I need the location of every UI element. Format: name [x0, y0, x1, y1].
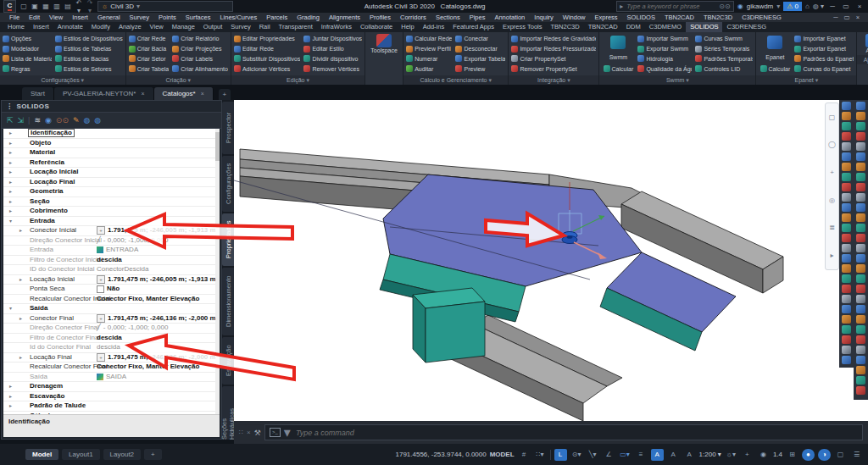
- viewcube-icon[interactable]: ▢: [829, 113, 836, 121]
- btn-criar-setor[interactable]: Criar Setor: [129, 54, 170, 64]
- customization-menu-icon[interactable]: ☰: [850, 449, 863, 461]
- rtab-c3drenesg[interactable]: C3DRENESG: [722, 22, 771, 32]
- prop-locacao-inicial[interactable]: ▸Locação Inicial+1.791,475 m; -246,005 m…: [3, 275, 220, 285]
- btn-editar-estilo[interactable]: Editar Estilo: [303, 44, 362, 53]
- menu-solidos[interactable]: SOLIDOS: [623, 14, 659, 21]
- panel-label-epanet[interactable]: Epanet ▾: [756, 75, 856, 85]
- orbit-icon[interactable]: ◯: [828, 141, 836, 148]
- toolbar-button[interactable]: [842, 244, 851, 252]
- btn-curvas-epanet[interactable]: Curvas do Epanet: [794, 64, 854, 74]
- prop-locacao-final[interactable]: ▸Locação Final+1.791,475 m; -246,136 m; …: [3, 353, 220, 363]
- toolbar-button[interactable]: [856, 356, 865, 364]
- inspect-icon[interactable]: ◉: [45, 116, 52, 125]
- aux-scale-value[interactable]: 1.4: [773, 451, 782, 458]
- toolbar-button[interactable]: [856, 173, 865, 181]
- toolbar-button[interactable]: [842, 163, 851, 171]
- btn-criar-rede[interactable]: Criar Rede: [129, 34, 170, 43]
- toolbar-button[interactable]: [856, 264, 865, 273]
- toolbar-button[interactable]: [842, 325, 851, 334]
- toolbar-button[interactable]: [842, 234, 851, 242]
- toolbar-button[interactable]: [856, 122, 865, 130]
- rtab-view[interactable]: View: [146, 22, 168, 32]
- btn-series-temporais[interactable]: Séries Temporais: [695, 44, 753, 53]
- binoculars-icon[interactable]: ⊙⊙: [56, 116, 69, 125]
- saveas-icon[interactable]: ▥: [53, 3, 61, 10]
- new-drawing-icon[interactable]: +: [219, 89, 231, 100]
- isodraft-icon[interactable]: ╲▾: [587, 449, 599, 461]
- btn-adicionar-vertices[interactable]: Adicionar Vértices: [234, 64, 300, 74]
- toolbar-button[interactable]: [842, 193, 851, 202]
- annotation-scale-icon[interactable]: A: [683, 449, 696, 461]
- menu-express[interactable]: Express: [591, 14, 622, 21]
- menu-points[interactable]: Points: [154, 14, 181, 21]
- toolbar-button[interactable]: [856, 335, 865, 344]
- btn-ajuda[interactable]: ? Ajuda: [857, 32, 868, 55]
- pan-icon[interactable]: +: [830, 169, 834, 176]
- zoom-icon[interactable]: ◎: [829, 197, 835, 204]
- sidetab-prospector[interactable]: Prospector: [222, 102, 234, 154]
- tree-group-objeto[interactable]: ▸Objeto: [3, 139, 220, 149]
- btn-swmm-calcular[interactable]: Calcular: [604, 65, 634, 72]
- binoculars-icon[interactable]: ⊙⊙: [719, 3, 730, 10]
- toolbar-button[interactable]: [856, 112, 865, 120]
- coordinates-display[interactable]: 1791.4556, -253.9744, 0.0000: [395, 451, 486, 458]
- toolbar-button[interactable]: [856, 376, 865, 385]
- tree-group-saida[interactable]: ▾Saída: [3, 304, 220, 314]
- tree-group-material[interactable]: ▸Material: [3, 148, 220, 158]
- rtab-ddm[interactable]: DDM: [622, 22, 645, 32]
- btn-desconectar[interactable]: Desconectar: [455, 44, 505, 53]
- btn-preview[interactable]: Preview: [455, 64, 505, 74]
- menu-c3drenesg[interactable]: C3DRENESG: [737, 14, 786, 21]
- toolbar-button[interactable]: [856, 285, 865, 293]
- btn-epanet[interactable]: Epanet Calcular: [759, 34, 791, 74]
- menu-parcels[interactable]: Parcels: [262, 14, 292, 21]
- btn-importar-pressurizadas[interactable]: Importar Redes Pressurizadas: [511, 44, 596, 53]
- toolbar-button[interactable]: [842, 213, 851, 222]
- steering-wheel-icon[interactable]: ≣: [829, 224, 835, 231]
- toolbar-button[interactable]: [842, 346, 851, 354]
- toolbar-button[interactable]: [856, 224, 865, 232]
- btn-estilos-bacias[interactable]: Estilos de Bacias: [55, 54, 123, 64]
- btn-editar-rede[interactable]: Editar Rede: [234, 44, 300, 53]
- toolbar-button[interactable]: [842, 152, 851, 161]
- palette-scrollbar[interactable]: [215, 129, 220, 414]
- toolbar-button[interactable]: [856, 142, 865, 151]
- btn-qualidade-agua[interactable]: Qualidade da Água: [637, 64, 692, 74]
- btn-criar-propertyset[interactable]: Criar PropertySet: [511, 54, 596, 64]
- tree-group-cobrimento[interactable]: ▸Cobrimento: [3, 207, 220, 217]
- btn-exportar-epanet[interactable]: Exportar Epanet: [794, 44, 854, 53]
- play-icon[interactable]: ▸: [620, 3, 623, 10]
- scrollbar-thumb[interactable]: [215, 132, 220, 161]
- alert-badge[interactable]: ⚠ 0: [783, 2, 802, 11]
- rtab-express-tools[interactable]: Express Tools: [498, 22, 547, 32]
- update-icon[interactable]: ◍: [83, 116, 90, 125]
- menu-corridors[interactable]: Corridors: [396, 14, 431, 21]
- toolbar-button[interactable]: [856, 183, 865, 191]
- add-icon[interactable]: +: [741, 449, 754, 461]
- btn-exportar-tabela[interactable]: Exportar Tabela: [455, 54, 505, 64]
- toolbar-button[interactable]: [842, 254, 851, 263]
- rtab-transparent[interactable]: Transparent: [275, 22, 317, 32]
- toolbar-button[interactable]: [856, 193, 865, 202]
- toolbar-button[interactable]: [842, 203, 851, 212]
- tree-group-referencia[interactable]: ▸Referência: [3, 158, 220, 169]
- sidetab-dimensionamento[interactable]: Dimensionamento: [222, 268, 234, 335]
- customize-wrench-icon[interactable]: ⚒: [254, 429, 261, 437]
- btn-curvas-swmm[interactable]: Curvas Swmm: [695, 34, 753, 43]
- layout2-tab[interactable]: Layout2: [103, 449, 141, 460]
- btn-substituir-dispositivos[interactable]: Substituir Dispositivos: [234, 54, 300, 64]
- toolbar-button[interactable]: [856, 213, 865, 222]
- btn-exportar-swmm[interactable]: Exportar Swmm: [637, 44, 692, 53]
- rtab-modify[interactable]: Modify: [87, 22, 114, 32]
- polar-tracking-icon[interactable]: ⊙▾: [570, 449, 583, 461]
- sidetab-secoes-hidraulicas[interactable]: Seções Hidráulicas: [222, 386, 234, 440]
- toolbar-button[interactable]: [856, 234, 865, 242]
- rtab-tbn2cad[interactable]: TBN2CAD: [584, 22, 622, 32]
- toolbar-button[interactable]: [842, 112, 851, 120]
- btn-criar-tabela[interactable]: Criar Tabela: [129, 64, 170, 74]
- toolbar-button[interactable]: [842, 264, 851, 273]
- tree-group-geometria[interactable]: ▸Geometria: [3, 187, 220, 197]
- btn-epanet-calcular[interactable]: Calcular: [760, 65, 791, 72]
- annotation-visibility-icon[interactable]: A: [651, 449, 664, 461]
- btn-importar-gravidade[interactable]: Importar Redes de Gravidade: [511, 34, 596, 43]
